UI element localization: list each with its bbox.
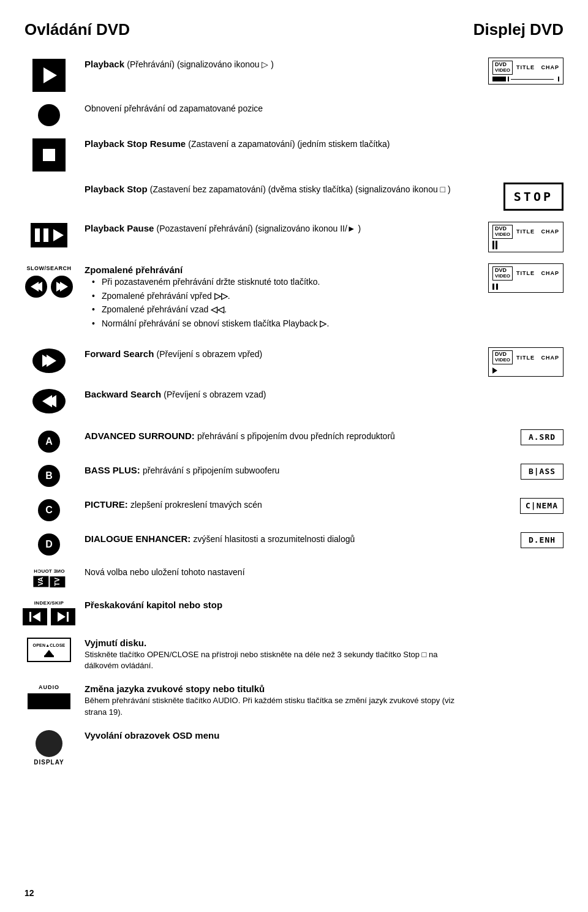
cinema-display: C|NEMA (520, 498, 564, 514)
stop-resume-text: Playback Stop Resume (Zastavení a zapama… (85, 137, 467, 151)
row-nova-volba: ONE TOUCH VA TV Nová volba nebo uložení … (24, 567, 564, 587)
row-pause: Playback Pause (Pozastavení přehrávání) … (24, 222, 564, 252)
forward-search-text: Forward Search (Převíjení s obrazem vpře… (85, 347, 467, 361)
stop-text: Playback Stop (Zastavení bez zapamatován… (85, 183, 467, 196)
vyjmuti-body: Stiskněte tlačítko OPEN/CLOSE na přístro… (85, 649, 467, 671)
forward-search-icon-col (24, 347, 74, 373)
slow-title: Zpomalené přehrávání (85, 263, 467, 276)
picture-title: PICTURE: (85, 499, 130, 510)
preskakování-icon-col: INDEX/SKIP (24, 598, 74, 625)
slow-search-label: SLOW/SEARCH (27, 265, 72, 273)
slow-rewind-icon (25, 276, 47, 298)
forward-search-icon (32, 349, 66, 373)
audio-title: Změna jazyka zvukové stopy nebo titulků (85, 682, 467, 695)
row-dialogue: D DIALOGUE ENHANCER: zvýšení hlasitosti … (24, 532, 564, 556)
bullet-2: Zpomalené přehrávání vpřed ▷▷. (92, 290, 467, 303)
playback-title: Playback (85, 59, 127, 69)
slow-display-col: DVD VIDEO TITLE CHAP (478, 263, 564, 293)
dvd-display-forward: DVD VIDEO TITLE CHAP (488, 347, 564, 377)
dvd-display-pause: DVD VIDEO TITLE CHAP (488, 222, 564, 252)
advanced-surround-body: přehrávání s připojením dvou předních re… (197, 431, 395, 441)
page-header: Ovládání DVD Displej DVD (24, 18, 564, 40)
obnoveni-body: Obnovení přehrávání od zapamatované pozi… (85, 104, 263, 113)
playback-text: Playback (Přehrávání) (signalizováno iko… (85, 58, 467, 71)
stop-resume-title: Playback Stop Resume (85, 138, 188, 149)
row-backward-search: Backward Search (Převíjení s obrazem vza… (24, 388, 564, 413)
forward-search-body: (Převíjení s obrazem vpřed) (157, 349, 263, 359)
advanced-surround-display-col: A.SRD (478, 429, 564, 445)
bullet-1: Při pozastaveném přehrávání držte stiskn… (92, 276, 467, 288)
stop-display: STOP (503, 183, 564, 211)
onetouch-label: ONE TOUCH (34, 568, 65, 575)
slow-bullets: Při pozastaveném přehrávání držte stiskn… (85, 276, 467, 330)
nova-volba-icon-col: ONE TOUCH VA TV (24, 567, 74, 587)
row-playback: Playback (Přehrávání) (signalizováno iko… (24, 58, 564, 92)
play-icon (32, 59, 66, 92)
audio-bar-icon (28, 693, 70, 709)
d-button-icon: D (38, 533, 60, 556)
advanced-surround-text: ADVANCED SURROUND: přehrávání s připojen… (85, 429, 467, 443)
row-picture: C PICTURE: zlepšení prokreslení tmavých … (24, 498, 564, 521)
pause-icon (31, 223, 67, 247)
playback-icon-col (24, 58, 74, 92)
stop-display-col: STOP (478, 183, 564, 211)
obnoveni-text: Obnovení přehrávání od zapamatované pozi… (85, 103, 467, 115)
display-icon-col: DISPLAY (24, 729, 74, 767)
vyjmuti-text: Vyjmutí disku. Stiskněte tlačítko OPEN/C… (85, 636, 467, 671)
dialogue-display-col: D.ENH (478, 532, 564, 548)
bullet-4: Normální přehrávání se obnoví stiskem tl… (92, 318, 467, 330)
skip-back-icon (23, 608, 47, 625)
pause-text: Playback Pause (Pozastavení přehrávání) … (85, 222, 467, 235)
row-display-osd: DISPLAY Vyvolání obrazovek OSD menu (24, 729, 564, 767)
advanced-surround-title: ADVANCED SURROUND: (85, 431, 197, 441)
preskakování-text: Přeskakování kapitol nebo stop (85, 598, 467, 612)
display-osd-title: Vyvolání obrazovek OSD menu (85, 730, 219, 741)
stop-resume-body: (Zastavení a zapamatování) (jedním stisk… (188, 139, 390, 149)
nova-volba-text: Nová volba nebo uložení tohoto nastavení (85, 567, 467, 579)
dvd-video-box: DVD VIDEO (492, 61, 513, 75)
position-memory-icon (38, 104, 60, 126)
bass-plus-title: BASS PLUS: (85, 465, 143, 475)
forward-search-title: Forward Search (85, 349, 157, 359)
picture-text: PICTURE: zlepšení prokreslení tmavých sc… (85, 498, 467, 511)
a-srd-display: A.SRD (521, 429, 564, 445)
row-vyjmuti: OPEN▲CLOSE Vyjmutí disku. Stiskněte tlač… (24, 636, 564, 671)
stop-resume-icon (32, 138, 66, 171)
page: Ovládání DVD Displej DVD Playback (Přehr… (0, 0, 588, 912)
picture-icon-col: C (24, 498, 74, 521)
stop-icon-col (24, 183, 74, 184)
vyjmuti-icon-col: OPEN▲CLOSE (24, 636, 74, 662)
bullet-3: Zpomalené přehrávání vzad ◁◁. (92, 304, 467, 316)
pause-title: Playback Pause (85, 223, 157, 233)
row-bass-plus: B BASS PLUS: přehrávání s připojením sub… (24, 464, 564, 487)
pause-icon-col (24, 222, 74, 247)
c-button-icon: C (38, 499, 60, 521)
pause-display-col: DVD VIDEO TITLE CHAP (478, 222, 564, 252)
vyjmuti-title: Vyjmutí disku. (85, 636, 467, 649)
forward-search-display-col: DVD VIDEO TITLE CHAP (478, 347, 564, 377)
stop-resume-icon-col (24, 137, 74, 171)
stop-title: Playback Stop (85, 184, 150, 194)
b-ass-display: B|ASS (521, 464, 564, 480)
row-obnoveni: Obnovení přehrávání od zapamatované pozi… (24, 103, 564, 126)
d-enh-display: D.ENH (521, 532, 564, 548)
display-label: DISPLAY (34, 758, 64, 767)
row-stop: Playback Stop (Zastavení bez zapamatován… (24, 183, 564, 211)
stop-body: (Zastavení bez zapamatování) (dvěma stis… (150, 184, 451, 194)
dvd-display-playback: DVD VIDEO TITLE CHAP (488, 58, 564, 85)
pause-body: (Pozastavení přehrávání) (signalizováno … (157, 224, 361, 233)
dvd-progress-bar (492, 77, 559, 81)
audio-body: Během přehrávání stiskněte tlačítko AUDI… (85, 695, 467, 717)
left-title: Ovládání DVD (24, 18, 130, 40)
open-close-icon: OPEN▲CLOSE (27, 638, 71, 662)
picture-body: zlepšení prokreslení tmavých scén (130, 500, 262, 510)
dialogue-text: DIALOGUE ENHANCER: zvýšení hlasitosti a … (85, 532, 467, 546)
slow-text: Zpomalené přehrávání Při pozastaveném př… (85, 263, 467, 331)
display-circle-icon (36, 730, 62, 757)
bass-plus-display-col: B|ASS (478, 464, 564, 480)
dialogue-body: zvýšení hlasitosti a srozumitelnosti dia… (194, 534, 355, 544)
slow-icon-col: SLOW/SEARCH (24, 263, 74, 298)
nova-volba-body: Nová volba nebo uložení tohoto nastavení (85, 567, 245, 577)
bass-plus-body: přehrávání s připojením subwooferu (143, 465, 279, 475)
row-forward-search: Forward Search (Převíjení s obrazem vpře… (24, 347, 564, 377)
